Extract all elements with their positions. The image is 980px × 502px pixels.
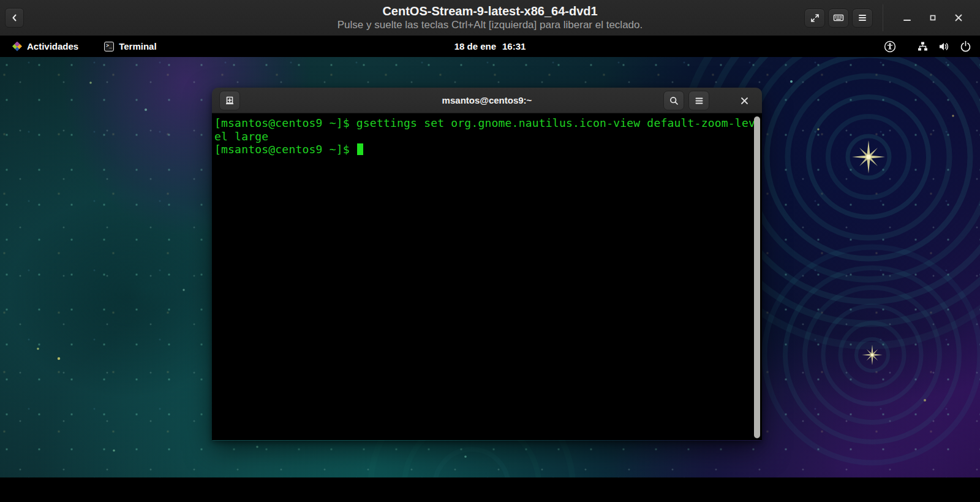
maximize-icon [928, 13, 938, 23]
network-menu-button[interactable] [916, 39, 929, 54]
terminal-close-button[interactable] [735, 91, 753, 110]
gnome-top-bar: Actividades >_ Terminal 18 de ene 16:31 [0, 36, 980, 57]
fullscreen-button[interactable] [804, 9, 825, 28]
vm-window-subtitle: Pulse y suelte las teclas Ctrl+Alt [izqu… [337, 18, 643, 32]
volume-icon [938, 40, 950, 53]
keyboard-icon [833, 12, 844, 23]
new-tab-icon [224, 95, 235, 106]
activities-button[interactable]: Actividades [6, 36, 85, 57]
vm-window-title: CentOS-Stream-9-latest-x86_64-dvd1 [382, 4, 597, 18]
close-icon [954, 13, 963, 23]
terminal-menu-button[interactable] [688, 91, 709, 110]
hamburger-menu-icon [695, 97, 704, 105]
activities-label: Actividades [27, 41, 78, 51]
terminal-search-button[interactable] [663, 91, 684, 110]
minimize-button[interactable] [897, 7, 918, 28]
terminal-headerbar[interactable]: msantos@centos9:~ [212, 88, 762, 113]
clock-button[interactable]: 18 de ene 16:31 [454, 41, 526, 51]
star-sparkle-large [850, 139, 887, 175]
power-icon [960, 40, 971, 52]
menu-icon [858, 13, 867, 22]
keyboard-button[interactable] [828, 9, 849, 28]
focused-app-label: Terminal [119, 41, 156, 51]
terminal-prompt-line: [msantos@centos9 ~]$ [214, 143, 752, 156]
focused-app-menu[interactable]: >_ Terminal [98, 36, 162, 57]
close-icon [740, 96, 749, 105]
viewer-titlebar: CentOS-Stream-9-latest-x86_64-dvd1 Pulse… [0, 0, 980, 36]
clock-time: 16:31 [502, 41, 526, 51]
system-status-area [884, 36, 971, 57]
maximize-button[interactable] [922, 7, 943, 28]
viewer-menu-button[interactable] [852, 9, 873, 28]
close-window-button[interactable] [948, 7, 969, 28]
terminal-window: msantos@centos9:~ [212, 88, 762, 441]
terminal-app-icon: >_ [104, 42, 114, 51]
clock-date: 18 de ene [454, 41, 496, 51]
fullscreen-icon [810, 13, 820, 23]
centos-logo-icon [12, 42, 22, 51]
terminal-scrollbar-thumb[interactable] [754, 116, 760, 438]
accessibility-icon [884, 40, 896, 53]
bottom-letterbox-bar [0, 477, 980, 502]
power-menu-button[interactable] [959, 39, 971, 54]
star-sparkle-small [861, 344, 884, 367]
new-tab-button[interactable] [219, 91, 240, 110]
minimize-icon [902, 13, 912, 23]
terminal-cursor [357, 143, 363, 155]
terminal-prompt: [msantos@centos9 ~]$ [214, 143, 356, 156]
accessibility-menu-button[interactable] [884, 39, 896, 54]
titlebar-separator [883, 4, 883, 31]
terminal-output-line: [msantos@centos9 ~]$ gsettings set org.g… [214, 116, 752, 130]
search-icon [669, 96, 679, 106]
terminal-screen[interactable]: [msantos@centos9 ~]$ gsettings set org.g… [212, 113, 762, 440]
terminal-output-line: el large [214, 130, 752, 143]
back-icon [10, 13, 20, 23]
network-wired-icon [917, 40, 929, 52]
back-button[interactable] [5, 8, 24, 28]
volume-menu-button[interactable] [938, 39, 950, 54]
desktop-wallpaper: msantos@centos9:~ [0, 57, 980, 477]
